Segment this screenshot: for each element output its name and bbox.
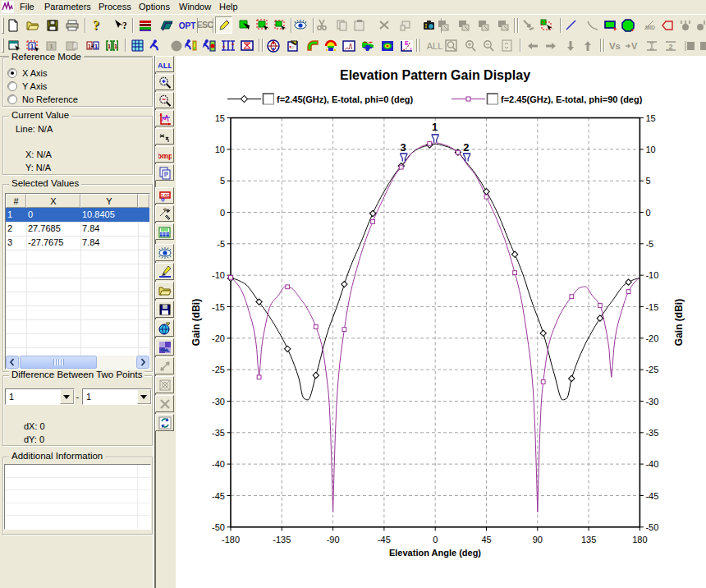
svg-text:1: 1 <box>30 43 34 50</box>
svg-text:-20: -20 <box>212 333 225 343</box>
svg-text:-35: -35 <box>645 428 658 438</box>
svg-text:-45: -45 <box>645 491 658 501</box>
svg-text:OPT: OPT <box>179 21 196 30</box>
svg-text:5: 5 <box>645 176 650 186</box>
svg-text:-25: -25 <box>645 365 658 374</box>
svg-text:-30: -30 <box>212 397 225 407</box>
svg-text:-5: -5 <box>645 239 653 249</box>
svg-text:?: ? <box>122 20 126 31</box>
svg-text:x: x <box>410 46 412 51</box>
svg-text:-90: -90 <box>327 535 340 544</box>
svg-text:0: 0 <box>645 208 650 218</box>
svg-text:10: 10 <box>645 145 655 154</box>
svg-text:?: ? <box>93 19 99 32</box>
svg-text:-135: -135 <box>273 535 291 544</box>
svg-text:1: 1 <box>74 44 77 49</box>
svg-text:-45: -45 <box>212 491 225 501</box>
svg-text:180: 180 <box>632 535 647 544</box>
svg-text:2: 2 <box>463 141 469 154</box>
svg-text:ALL: ALL <box>158 61 172 70</box>
svg-text:MID: MID <box>645 25 655 30</box>
svg-text:2: 2 <box>668 43 672 51</box>
svg-text:bmp: bmp <box>158 152 172 160</box>
svg-text:135: 135 <box>581 535 596 544</box>
svg-text:3: 3 <box>400 141 406 154</box>
svg-text:1: 1 <box>94 43 99 50</box>
svg-text:-40: -40 <box>645 459 658 469</box>
svg-text:1: 1 <box>108 43 112 50</box>
svg-text:-25: -25 <box>212 365 225 374</box>
svg-text:-30: -30 <box>645 397 658 407</box>
svg-text:15: 15 <box>215 113 225 123</box>
svg-text:90: 90 <box>533 535 543 544</box>
svg-text:10: 10 <box>215 145 225 154</box>
svg-text:1: 1 <box>432 121 438 133</box>
svg-text:-40: -40 <box>212 459 225 469</box>
svg-text:-180: -180 <box>222 535 240 544</box>
svg-text:-20: -20 <box>645 333 658 343</box>
svg-text:-15: -15 <box>645 302 658 312</box>
svg-text:-35: -35 <box>212 428 225 438</box>
svg-text:V: V <box>631 41 638 51</box>
svg-text:5: 5 <box>220 176 225 186</box>
svg-text:Gain (dBi): Gain (dBi) <box>673 299 685 346</box>
svg-text:-50: -50 <box>645 522 658 532</box>
svg-text:-10: -10 <box>212 270 225 280</box>
svg-text:1: 1 <box>49 43 53 50</box>
svg-text:-10: -10 <box>645 270 658 280</box>
svg-text:1: 1 <box>114 43 118 50</box>
svg-text:Elevation Angle (deg): Elevation Angle (deg) <box>389 548 481 558</box>
svg-text:f=2.45(GHz), E-total, phi=0 (d: f=2.45(GHz), E-total, phi=0 (deg) <box>277 94 414 104</box>
svg-text:f=2.45(GHz), E-total, phi=90 (: f=2.45(GHz), E-total, phi=90 (deg) <box>501 94 643 104</box>
svg-text:-45: -45 <box>378 535 391 544</box>
svg-text:Elevation Pattern Gain Display: Elevation Pattern Gain Display <box>340 68 530 82</box>
svg-text:E: E <box>405 40 409 46</box>
svg-text:45: 45 <box>481 535 491 544</box>
svg-text:-15: -15 <box>212 302 225 312</box>
svg-text:-5: -5 <box>217 239 225 249</box>
svg-text:0: 0 <box>220 208 225 218</box>
svg-text:-50: -50 <box>212 522 225 532</box>
svg-text:0: 0 <box>433 535 438 544</box>
svg-text:1.01: 1.01 <box>161 193 170 198</box>
svg-text:Gain (dBi): Gain (dBi) <box>190 299 202 346</box>
svg-text:15: 15 <box>645 113 655 123</box>
